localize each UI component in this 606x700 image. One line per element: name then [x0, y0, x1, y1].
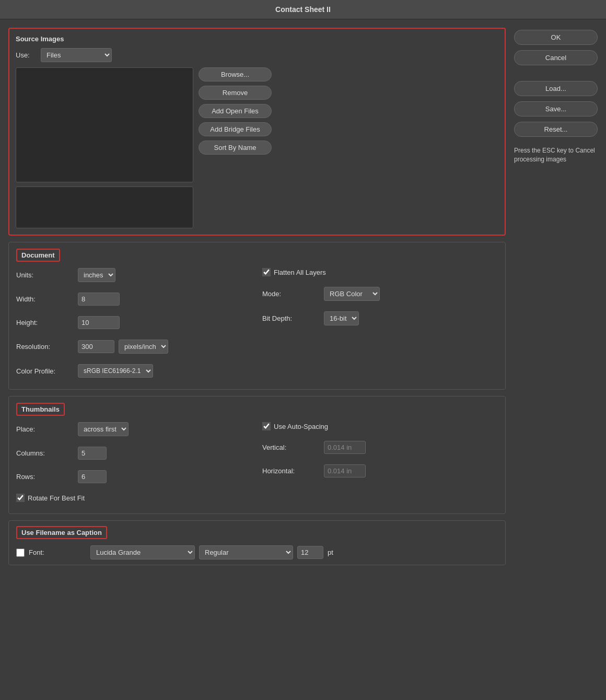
caption-checkbox[interactable]: [16, 549, 25, 557]
caption-section-label: Use Filename as Caption: [16, 526, 107, 539]
units-label: Units:: [16, 271, 74, 279]
use-label: Use:: [16, 51, 37, 59]
save-button[interactable]: Save...: [514, 101, 598, 116]
left-panel: Source Images Use: Files Folder Selected…: [8, 28, 506, 565]
rows-label: Rows:: [16, 473, 74, 481]
title-bar: Contact Sheet II: [0, 0, 606, 19]
reset-button[interactable]: Reset...: [514, 122, 598, 137]
color-profile-label: Color Profile:: [16, 367, 74, 375]
source-bottom-list: [16, 186, 193, 228]
rotate-best-fit-checkbox[interactable]: [16, 494, 25, 502]
ok-button[interactable]: OK: [514, 30, 598, 45]
remove-button[interactable]: Remove: [199, 86, 272, 100]
place-select[interactable]: across first down first: [78, 422, 129, 436]
horizontal-input[interactable]: [324, 464, 366, 477]
font-select[interactable]: Lucida Grande Arial Helvetica Times New …: [90, 545, 195, 559]
add-bridge-files-button[interactable]: Add Bridge Files: [199, 122, 272, 136]
width-input[interactable]: 8: [78, 293, 120, 306]
source-images-section: Source Images Use: Files Folder Selected…: [8, 28, 506, 236]
resolution-unit-select[interactable]: pixels/inch pixels/cm: [119, 340, 168, 354]
vertical-label: Vertical:: [262, 444, 320, 451]
caption-section: Use Filename as Caption Font: Lucida Gra…: [8, 520, 506, 565]
font-size-input[interactable]: [297, 546, 323, 559]
columns-label: Columns:: [16, 449, 74, 457]
dialog-title: Contact Sheet II: [275, 5, 331, 14]
vertical-input[interactable]: [324, 441, 366, 454]
horizontal-label: Horizontal:: [262, 467, 320, 475]
resolution-input[interactable]: [78, 340, 114, 353]
font-label: Font:: [29, 549, 86, 556]
right-panel: OK Cancel Load... Save... Reset... Press…: [514, 28, 598, 565]
rotate-best-fit-label: Rotate For Best Fit: [28, 494, 85, 502]
add-open-files-button[interactable]: Add Open Files: [199, 104, 272, 118]
browse-button[interactable]: Browse...: [199, 67, 272, 81]
pt-label: pt: [328, 549, 333, 556]
file-buttons: Browse... Remove Add Open Files Add Brid…: [199, 67, 272, 182]
doc-left-col: Units: inches pixels cm mm points picas …: [16, 268, 252, 383]
document-section: Document Units: inches pixels cm mm poin…: [8, 242, 506, 390]
height-label: Height:: [16, 319, 74, 326]
file-list: [16, 67, 193, 182]
bit-depth-label: Bit Depth:: [262, 314, 320, 322]
thumb-right-col: Use Auto-Spacing Vertical: Horizontal:: [262, 422, 498, 507]
resolution-label: Resolution:: [16, 343, 74, 351]
cancel-button[interactable]: Cancel: [514, 50, 598, 65]
bit-depth-select[interactable]: 8-bit 16-bit 32-bit: [324, 311, 359, 325]
doc-right-col: Flatten All Layers Mode: RGB Color CMYK …: [262, 268, 498, 383]
source-bottom: [16, 186, 498, 228]
use-auto-spacing-checkbox[interactable]: [262, 422, 271, 430]
flatten-all-layers-label: Flatten All Layers: [274, 269, 326, 276]
columns-input[interactable]: [78, 447, 107, 460]
height-input[interactable]: 10: [78, 316, 120, 329]
mode-label: Mode:: [262, 290, 320, 298]
thumbnails-section: Thumbnails Place: across first down firs…: [8, 396, 506, 514]
use-select[interactable]: Files Folder Selected Images Open Docume…: [41, 48, 112, 62]
thumbnails-section-label: Thumbnails: [16, 403, 65, 416]
place-label: Place:: [16, 425, 74, 433]
load-button[interactable]: Load...: [514, 81, 598, 96]
mode-select[interactable]: RGB Color CMYK Color Grayscale Lab Color: [324, 287, 380, 301]
use-auto-spacing-label: Use Auto-Spacing: [274, 423, 328, 430]
units-select[interactable]: inches pixels cm mm points picas: [78, 268, 115, 282]
source-images-title: Source Images: [16, 35, 498, 43]
color-profile-select[interactable]: sRGB IEC61966-2.1 Adobe RGB (1998) ProPh…: [78, 364, 153, 378]
caption-font-row: Font: Lucida Grande Arial Helvetica Time…: [16, 545, 498, 559]
hint-text: Press the ESC key to Cancel processing i…: [514, 146, 598, 164]
width-label: Width:: [16, 295, 74, 303]
thumb-left-col: Place: across first down first Columns: …: [16, 422, 252, 507]
sort-by-name-button[interactable]: Sort By Name: [199, 141, 272, 155]
font-style-select[interactable]: Regular Bold Italic Bold Italic: [199, 545, 293, 559]
document-section-label: Document: [16, 249, 60, 262]
flatten-all-layers-checkbox[interactable]: [262, 268, 271, 276]
rows-input[interactable]: [78, 470, 107, 483]
